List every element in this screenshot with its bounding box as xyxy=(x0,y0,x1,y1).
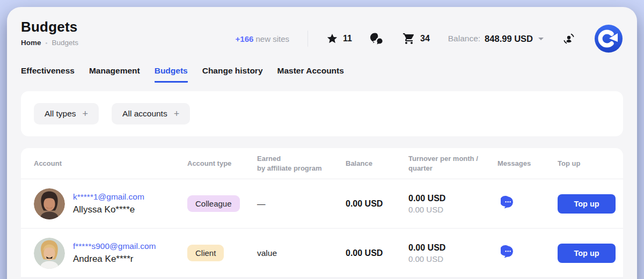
account-name: Allyssa Ko****e xyxy=(73,204,144,215)
app-window: Budgets Home • Budgets +166 new sites 11 xyxy=(7,7,637,279)
turnover-cell: 0.00 USD 0.00 USD xyxy=(408,194,497,214)
budgets-table: Account Account type Earned by affiliate… xyxy=(21,148,623,278)
tab-bar: Effectiveness Management Budgets Change … xyxy=(7,66,637,83)
filter-all-types[interactable]: All types + xyxy=(34,103,99,124)
breadcrumb-separator: • xyxy=(46,40,48,46)
col-balance: Balance xyxy=(346,159,408,168)
filter-all-types-label: All types xyxy=(45,109,76,119)
filter-bar: All types + All accounts + xyxy=(21,91,623,136)
account-cell: k*****1@gmail.com Allyssa Ko****e xyxy=(34,188,187,219)
breadcrumb-current: Budgets xyxy=(52,39,78,47)
balance-selector[interactable]: Balance: 848.99 USD xyxy=(448,34,544,44)
balance-value: 848.99 USD xyxy=(485,34,533,44)
account-type-cell: Colleague xyxy=(187,195,257,212)
page-header: Budgets Home • Budgets +166 new sites 11 xyxy=(7,7,637,53)
col-topup: Top up xyxy=(558,159,611,168)
topup-button[interactable]: Top up xyxy=(558,194,616,214)
favorites-stat[interactable]: 11 xyxy=(326,33,352,45)
account-email-link[interactable]: f*****s900@gmail.com xyxy=(73,241,156,251)
cart-count: 34 xyxy=(420,34,430,43)
account-type-badge: Client xyxy=(187,245,224,261)
topup-cell: Top up xyxy=(558,194,616,214)
filter-all-accounts-label: All accounts xyxy=(122,109,167,119)
col-turnover: Turnover per month / quarter xyxy=(408,154,497,173)
favorites-count: 11 xyxy=(343,34,352,43)
balance-label: Balance: xyxy=(448,34,480,43)
breadcrumb-home[interactable]: Home xyxy=(21,39,41,47)
table-row: k*****1@gmail.com Allyssa Ko****e Collea… xyxy=(21,179,623,229)
plus-icon: + xyxy=(174,109,180,119)
tab-effectiveness[interactable]: Effectiveness xyxy=(21,66,75,83)
chevron-down-icon xyxy=(538,38,544,40)
tab-budgets[interactable]: Budgets xyxy=(155,66,188,83)
account-switch-icon[interactable] xyxy=(562,32,576,46)
messages-cell xyxy=(497,195,558,212)
account-email-link[interactable]: k*****1@gmail.com xyxy=(73,192,144,202)
header-divider xyxy=(308,31,308,47)
turnover-month: 0.00 USD xyxy=(408,243,497,253)
cart-stat[interactable]: 34 xyxy=(402,32,430,45)
breadcrumb: Home • Budgets xyxy=(21,39,128,47)
account-type-cell: Client xyxy=(187,245,257,261)
balance-cell: 0.00 USD xyxy=(346,248,408,258)
earned-cell: — xyxy=(257,199,346,209)
turnover-month: 0.00 USD xyxy=(408,194,497,203)
account-identity: k*****1@gmail.com Allyssa Ko****e xyxy=(73,192,144,215)
messages-cell xyxy=(497,245,558,261)
table-header-row: Account Account type Earned by affiliate… xyxy=(21,148,623,179)
turnover-quarter: 0.00 USD xyxy=(408,205,497,214)
table-row: f*****s900@gmail.com Andrea Ke****r Clie… xyxy=(21,229,623,278)
page-title: Budgets xyxy=(21,19,128,35)
support-chat[interactable] xyxy=(370,32,384,46)
topup-button[interactable]: Top up xyxy=(558,244,616,263)
brand-logo[interactable] xyxy=(594,24,623,53)
message-bubble-icon[interactable] xyxy=(501,195,515,211)
title-block: Budgets Home • Budgets xyxy=(21,19,128,47)
account-identity: f*****s900@gmail.com Andrea Ke****r xyxy=(73,241,156,265)
new-sites-label: new sites xyxy=(256,34,290,43)
message-bubble-icon[interactable] xyxy=(501,245,515,261)
account-type-badge: Colleague xyxy=(187,195,240,212)
col-account-type: Account type xyxy=(187,159,257,168)
star-icon xyxy=(326,33,338,45)
header-actions: +166 new sites 11 xyxy=(236,24,623,53)
account-cell: f*****s900@gmail.com Andrea Ke****r xyxy=(34,238,187,269)
cart-icon xyxy=(402,32,415,45)
filter-all-accounts[interactable]: All accounts + xyxy=(112,103,190,124)
col-earned: Earned by affiliate program xyxy=(257,154,346,173)
avatar xyxy=(34,188,65,219)
tab-management[interactable]: Management xyxy=(89,66,140,83)
earned-cell: value xyxy=(257,248,346,258)
chat-bubbles-icon xyxy=(370,32,384,46)
avatar xyxy=(34,238,65,269)
turnover-cell: 0.00 USD 0.00 USD xyxy=(408,243,497,263)
plus-icon: + xyxy=(83,109,89,119)
new-sites-indicator[interactable]: +166 new sites xyxy=(236,34,290,43)
col-account: Account xyxy=(34,159,187,168)
tab-master-accounts[interactable]: Master Accounts xyxy=(277,66,344,83)
topup-cell: Top up xyxy=(558,244,616,263)
turnover-quarter: 0.00 USD xyxy=(408,254,497,263)
account-name: Andrea Ke****r xyxy=(73,254,156,265)
tab-change-history[interactable]: Change history xyxy=(202,66,263,83)
new-sites-count: +166 xyxy=(236,34,254,43)
balance-cell: 0.00 USD xyxy=(346,199,408,209)
col-messages: Messages xyxy=(497,159,558,168)
